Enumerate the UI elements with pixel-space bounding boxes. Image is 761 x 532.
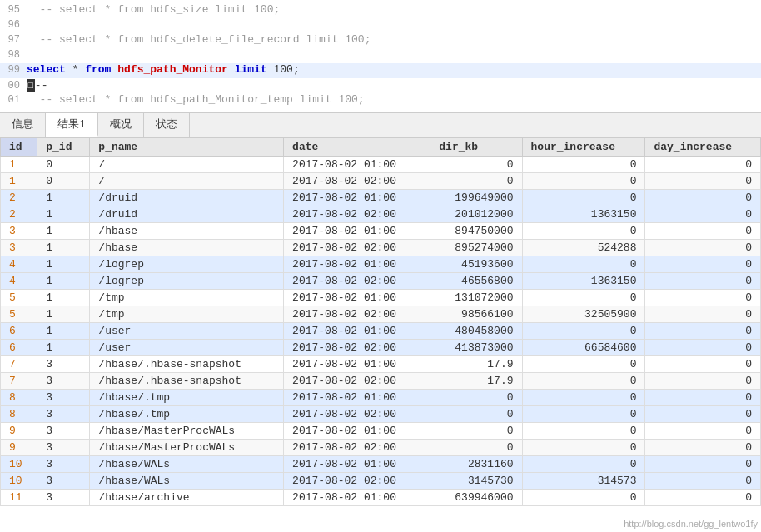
cell-date: 2017-08-02 02:00 (284, 273, 430, 290)
tab-result1[interactable]: 结果1 (46, 113, 98, 137)
col-header-dir_kb: dir_kb (430, 138, 522, 157)
cell-day_increase: 0 (645, 256, 761, 273)
cell-p_name: /hbase/MasterProcWALs (90, 423, 284, 440)
code-line-99: 99 select * from hdfs_path_Monitor limit… (0, 63, 761, 78)
col-header-date: date (284, 138, 430, 157)
cell-p_name: /hbase/WALs (90, 456, 284, 473)
code-line-98: 98 (0, 48, 761, 63)
cell-dir_kb: 199649000 (430, 190, 522, 206)
cell-p_id: 1 (37, 323, 90, 340)
cell-date: 2017-08-02 01:00 (284, 290, 430, 306)
results-table: id p_id p_name date dir_kb hour_increase… (0, 137, 761, 506)
cell-day_increase: 0 (645, 173, 761, 190)
cell-p_name: / (90, 173, 284, 190)
cell-day_increase: 0 (645, 223, 761, 240)
cell-day_increase: 0 (645, 273, 761, 290)
cell-day_increase: 0 (645, 390, 761, 406)
line-number: 00 (3, 80, 27, 92)
cell-hour_increase: 0 (522, 440, 645, 456)
table-row: 73/hbase/.hbase-snapshot2017-08-02 02:00… (1, 373, 761, 390)
table-row: 31/hbase2017-08-02 02:008952740005242880 (1, 240, 761, 256)
cell-dir_kb: 0 (430, 173, 522, 190)
tab-status[interactable]: 状态 (144, 113, 190, 137)
cell-hour_increase: 0 (522, 157, 645, 173)
cell-dir_kb: 0 (430, 390, 522, 406)
cell-date: 2017-08-02 01:00 (284, 423, 430, 440)
cell-dir_kb: 895274000 (430, 240, 522, 256)
cell-date: 2017-08-02 01:00 (284, 223, 430, 240)
cell-hour_increase: 0 (522, 423, 645, 440)
cell-date: 2017-08-02 01:00 (284, 490, 430, 506)
cell-hour_increase: 66584600 (522, 340, 645, 356)
line-text: select * from hdfs_path_Monitor limit 10… (27, 63, 758, 76)
table-row: 41/logrep2017-08-02 02:00465568001363150… (1, 273, 761, 290)
table-row: 113/hbase/archive2017-08-02 01:006399460… (1, 490, 761, 506)
cell-p_name: /logrep (90, 273, 284, 290)
code-line-00: 00 ☐-- (0, 78, 761, 93)
cell-day_increase: 0 (645, 323, 761, 340)
cell-date: 2017-08-02 02:00 (284, 440, 430, 456)
line-number: 98 (3, 49, 27, 61)
cell-dir_kb: 639946000 (430, 490, 522, 506)
line-number: 96 (3, 19, 27, 31)
cell-hour_increase: 0 (522, 190, 645, 206)
cell-id: 6 (1, 340, 37, 356)
cell-p_id: 1 (37, 190, 90, 206)
cell-id: 10 (1, 473, 37, 490)
cell-day_increase: 0 (645, 490, 761, 506)
tab-info[interactable]: 信息 (0, 113, 46, 137)
cell-id: 9 (1, 440, 37, 456)
cell-day_increase: 0 (645, 240, 761, 256)
cell-p_name: /user (90, 323, 284, 340)
cell-hour_increase: 0 (522, 406, 645, 423)
cell-p_id: 1 (37, 240, 90, 256)
line-number: 97 (3, 34, 27, 46)
cell-hour_increase: 0 (522, 373, 645, 390)
cell-id: 11 (1, 490, 37, 506)
cell-hour_increase: 32505900 (522, 306, 645, 323)
cell-hour_increase: 0 (522, 256, 645, 273)
cell-hour_increase: 1363150 (522, 273, 645, 290)
cell-p_id: 0 (37, 157, 90, 173)
table-row: 103/hbase/WALs2017-08-02 02:003145730314… (1, 473, 761, 490)
cell-p_id: 3 (37, 440, 90, 456)
cell-dir_kb: 98566100 (430, 306, 522, 323)
cell-date: 2017-08-02 02:00 (284, 473, 430, 490)
line-text (27, 48, 758, 61)
cell-dir_kb: 0 (430, 406, 522, 423)
cell-id: 2 (1, 190, 37, 206)
col-header-id: id (1, 138, 37, 157)
cell-p_name: / (90, 157, 284, 173)
cell-dir_kb: 0 (430, 423, 522, 440)
tab-overview[interactable]: 概况 (98, 113, 144, 137)
cell-date: 2017-08-02 02:00 (284, 240, 430, 256)
cell-date: 2017-08-02 02:00 (284, 340, 430, 356)
cell-p_id: 1 (37, 256, 90, 273)
cell-day_increase: 0 (645, 290, 761, 306)
cell-p_id: 3 (37, 373, 90, 390)
cell-p_name: /hbase/archive (90, 490, 284, 506)
cell-id: 4 (1, 273, 37, 290)
cell-id: 8 (1, 406, 37, 423)
line-number: 95 (3, 4, 27, 16)
cell-hour_increase: 0 (522, 490, 645, 506)
table-row: 93/hbase/MasterProcWALs2017-08-02 02:000… (1, 440, 761, 456)
cell-day_increase: 0 (645, 440, 761, 456)
cell-date: 2017-08-02 02:00 (284, 373, 430, 390)
cell-date: 2017-08-02 01:00 (284, 190, 430, 206)
cell-id: 3 (1, 240, 37, 256)
cell-p_id: 3 (37, 390, 90, 406)
cell-p_id: 1 (37, 273, 90, 290)
cell-date: 2017-08-02 01:00 (284, 356, 430, 373)
cell-p_id: 3 (37, 423, 90, 440)
cell-id: 2 (1, 206, 37, 223)
table-row: 10/2017-08-02 01:00000 (1, 157, 761, 173)
cell-day_increase: 0 (645, 423, 761, 440)
cell-id: 7 (1, 373, 37, 390)
cell-hour_increase: 0 (522, 323, 645, 340)
cell-day_increase: 0 (645, 406, 761, 423)
cell-day_increase: 0 (645, 157, 761, 173)
table-row: 41/logrep2017-08-02 01:004519360000 (1, 256, 761, 273)
line-text: -- select * from hdfs_path_Monitor_temp … (27, 93, 758, 106)
cell-id: 9 (1, 423, 37, 440)
